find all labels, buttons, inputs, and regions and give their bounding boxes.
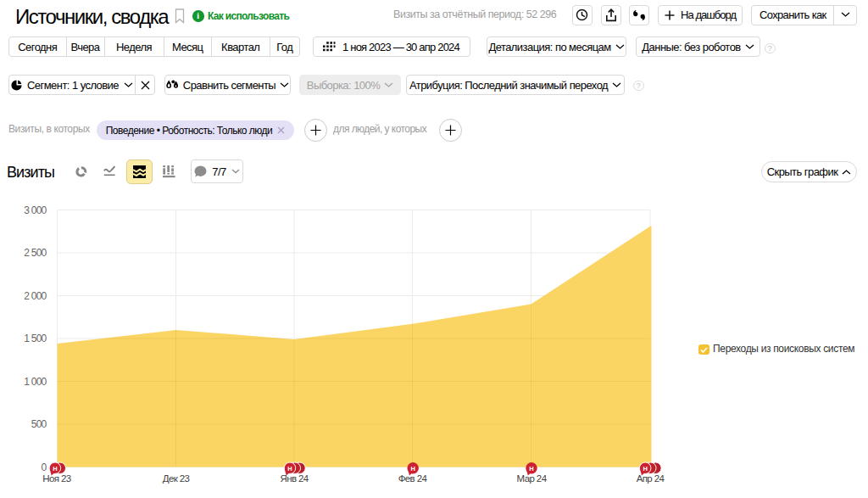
svg-text:Янв 24: Янв 24 bbox=[280, 473, 309, 484]
svg-text:Дек 23: Дек 23 bbox=[163, 473, 190, 484]
svg-text:2 000: 2 000 bbox=[24, 290, 47, 302]
svg-text:Мар 24: Мар 24 bbox=[517, 473, 548, 484]
svg-text:Н: Н bbox=[410, 465, 415, 473]
svg-text:1 500: 1 500 bbox=[24, 333, 47, 344]
svg-text:Н: Н bbox=[643, 465, 647, 473]
svg-text:Н: Н bbox=[53, 465, 57, 473]
svg-text:3 000: 3 000 bbox=[24, 204, 47, 216]
svg-text:2 500: 2 500 bbox=[24, 247, 47, 259]
svg-text:Н: Н bbox=[529, 465, 533, 473]
svg-text:1 000: 1 000 bbox=[24, 376, 47, 388]
svg-text:Ноя 23: Ноя 23 bbox=[42, 473, 71, 484]
svg-text:500: 500 bbox=[31, 418, 47, 430]
svg-text:0: 0 bbox=[42, 462, 47, 473]
svg-text:Апр 24: Апр 24 bbox=[637, 473, 665, 484]
svg-text:Фев 24: Фев 24 bbox=[398, 473, 428, 484]
svg-text:Н: Н bbox=[287, 465, 292, 473]
